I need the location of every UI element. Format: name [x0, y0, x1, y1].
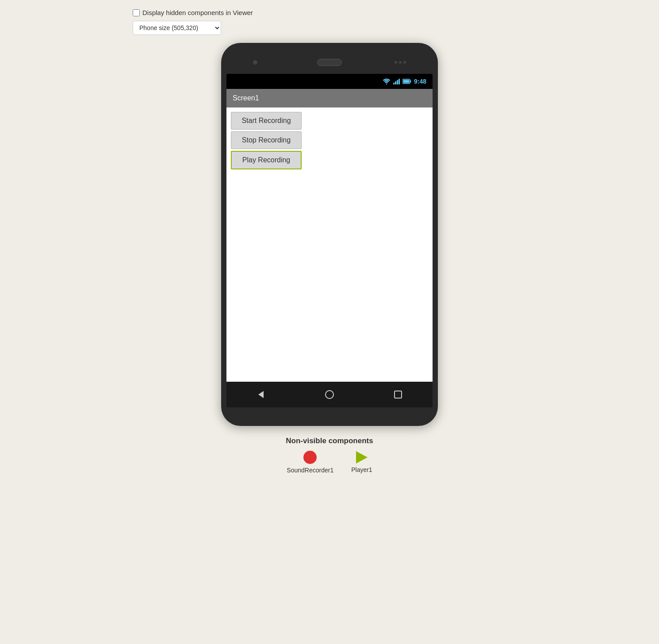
nav-recents-icon[interactable]: [393, 389, 403, 400]
bar-1: [393, 83, 395, 84]
phone-nav-bar: [226, 382, 433, 407]
stop-recording-button[interactable]: Stop Recording: [231, 131, 302, 149]
bar-3: [397, 80, 398, 84]
nav-home-icon[interactable]: [324, 389, 335, 400]
svg-rect-6: [395, 391, 402, 398]
phone-camera: [253, 60, 257, 65]
app-title-text: Screen1: [233, 94, 259, 102]
phone-outer: 9:48 Screen1 Start Recording Stop Record…: [221, 43, 438, 426]
status-icons: 9:48: [383, 78, 426, 85]
size-select[interactable]: Phone size (505,320) Tablet size (600,10…: [133, 21, 221, 35]
player-item: Player1: [351, 451, 372, 473]
play-recording-button[interactable]: Play Recording: [231, 151, 302, 169]
player-label: Player1: [351, 466, 372, 473]
phone-sensors: [395, 61, 406, 64]
svg-point-0: [386, 84, 387, 84]
screen-content: Start Recording Stop Recording Play Reco…: [226, 107, 433, 382]
svg-marker-4: [258, 391, 264, 398]
player-icon: [356, 451, 368, 464]
bar-4: [398, 79, 400, 84]
nav-back-icon[interactable]: [256, 389, 266, 400]
phone-wrapper: 9:48 Screen1 Start Recording Stop Record…: [221, 43, 438, 474]
time-display: 9:48: [414, 78, 426, 85]
app-title-bar: Screen1: [226, 89, 433, 107]
phone-screen: 9:48 Screen1 Start Recording Stop Record…: [226, 74, 433, 407]
start-recording-button[interactable]: Start Recording: [231, 112, 302, 130]
sensor-dot-2: [399, 61, 402, 64]
svg-rect-2: [410, 80, 411, 83]
svg-rect-3: [403, 80, 409, 83]
top-controls: Display hidden components in Viewer Phon…: [0, 9, 659, 35]
status-bar: 9:48: [226, 74, 433, 89]
display-hidden-checkbox[interactable]: [133, 9, 140, 16]
sound-recorder-icon: [303, 451, 317, 464]
svg-point-5: [326, 391, 333, 399]
sound-recorder-label: SoundRecorder1: [287, 467, 333, 474]
sensor-dot-1: [395, 61, 397, 64]
battery-icon: [402, 79, 411, 84]
signal-bars-icon: [393, 78, 400, 84]
display-hidden-row: Display hidden components in Viewer: [133, 9, 253, 16]
non-visible-items: SoundRecorder1 Player1: [287, 451, 372, 474]
phone-speaker: [317, 59, 342, 66]
bar-2: [395, 81, 396, 84]
non-visible-section: Non-visible components SoundRecorder1 Pl…: [286, 437, 373, 474]
phone-top-bar: [226, 51, 433, 74]
phone-bottom-bezel: [226, 407, 433, 415]
sensor-dot-3: [403, 61, 406, 64]
non-visible-title: Non-visible components: [286, 437, 373, 445]
sound-recorder-item: SoundRecorder1: [287, 451, 333, 474]
wifi-icon: [383, 78, 391, 84]
display-hidden-label: Display hidden components in Viewer: [142, 9, 253, 16]
